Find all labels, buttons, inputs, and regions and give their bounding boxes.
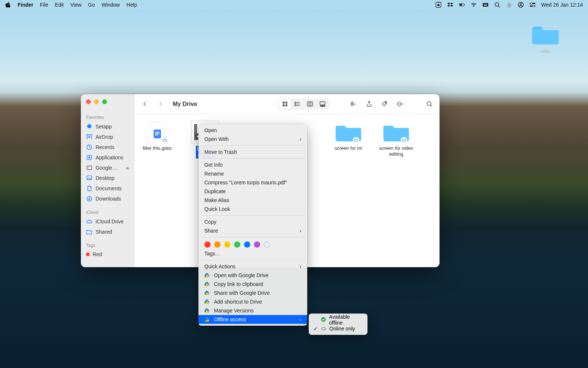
- ctx-quick-actions[interactable]: Quick Actions›: [198, 262, 307, 271]
- menu-bar: Finder File Edit View Go Window Help Wed…: [0, 0, 588, 10]
- ctx-rename[interactable]: Rename: [198, 169, 307, 178]
- svg-point-11: [495, 3, 499, 6]
- desktop-wallpaper: Finder File Edit View Go Window Help Wed…: [0, 0, 588, 368]
- tag-color-red[interactable]: [204, 241, 211, 248]
- search-button[interactable]: [424, 99, 434, 109]
- nav-back-button[interactable]: [140, 99, 150, 109]
- sidebar-item-google-drive[interactable]: Google…: [81, 163, 135, 173]
- ctx-gd-share[interactable]: Share with Google Drive: [198, 289, 307, 297]
- nav-forward-button[interactable]: [155, 99, 165, 109]
- menu-window[interactable]: Window: [101, 2, 120, 8]
- ctx-open[interactable]: Open: [198, 126, 307, 135]
- sidebar-tag-red[interactable]: Red: [81, 250, 135, 259]
- cloud-badge-icon: [401, 137, 407, 144]
- google-drive-icon: [204, 290, 211, 296]
- tag-color-purple[interactable]: [254, 241, 260, 248]
- tags-button[interactable]: [379, 99, 390, 109]
- svg-rect-28: [285, 105, 287, 106]
- tag-color-orange[interactable]: [214, 241, 220, 248]
- sidebar-item-downloads[interactable]: Downloads: [81, 194, 135, 204]
- separator: [201, 215, 304, 216]
- menu-go[interactable]: Go: [88, 2, 95, 8]
- folder-thumb: [335, 121, 362, 143]
- menuextra-spotlight-icon[interactable]: [494, 2, 500, 8]
- menuextra-user-icon[interactable]: [518, 2, 524, 8]
- sidebar-item-setapp[interactable]: Setapp: [81, 121, 135, 132]
- google-drive-icon: [204, 273, 211, 278]
- actions-button[interactable]: [395, 99, 405, 109]
- finder-toolbar: My Drive: [135, 94, 440, 114]
- ctx-gd-open[interactable]: Open with Google Drive: [198, 271, 307, 280]
- menu-help[interactable]: Help: [126, 2, 137, 8]
- sidebar-item-airdrop[interactable]: AirDrop: [81, 132, 135, 142]
- svg-rect-2: [459, 4, 462, 6]
- separator: [201, 145, 304, 146]
- menu-app-name[interactable]: Finder: [18, 2, 33, 8]
- svg-point-43: [385, 103, 386, 103]
- tag-color-yellow[interactable]: [224, 241, 230, 248]
- close-button[interactable]: [86, 99, 91, 104]
- ctx-make-alias[interactable]: Make Alias: [198, 196, 307, 205]
- share-button[interactable]: [364, 99, 374, 109]
- sidebar-item-desktop[interactable]: Desktop: [81, 173, 135, 183]
- svg-rect-52: [155, 135, 158, 135]
- sidebar-item-applications[interactable]: Applications: [81, 152, 135, 163]
- clock-icon: [86, 144, 93, 151]
- menuextra-bluetooth-off-icon[interactable]: [506, 2, 512, 8]
- tag-color-green[interactable]: [234, 241, 240, 248]
- ctx-compress[interactable]: Compress "Lorem turpis mauris.pdf": [198, 178, 307, 187]
- applications-icon: [86, 154, 93, 161]
- tag-color-blue[interactable]: [244, 241, 250, 248]
- sidebar-item-icloud-drive[interactable]: iCloud Drive: [81, 216, 135, 227]
- ctx-move-to-trash[interactable]: Move to Trash: [198, 148, 307, 156]
- submenu-available-offline[interactable]: Available offline: [309, 315, 368, 324]
- view-columns-button[interactable]: [304, 99, 316, 109]
- menu-view[interactable]: View: [70, 2, 81, 8]
- view-list-button[interactable]: [291, 99, 304, 109]
- ctx-gd-copy-link[interactable]: Copy link to clipboard: [198, 280, 307, 289]
- tag-color-none[interactable]: [264, 241, 270, 248]
- view-gallery-button[interactable]: [316, 99, 329, 109]
- ctx-get-info[interactable]: Get Info: [198, 160, 307, 169]
- ctx-duplicate[interactable]: Duplicate: [198, 187, 307, 196]
- menuextra-controlcenter-icon[interactable]: [530, 2, 535, 8]
- menu-edit[interactable]: Edit: [55, 2, 64, 8]
- chevron-right-icon: ›: [300, 263, 301, 269]
- sidebar-section-tags: Tags: [81, 241, 135, 250]
- ctx-gd-shortcut[interactable]: Add shortcut to Drive: [198, 297, 307, 306]
- chevron-right-icon: ›: [300, 136, 301, 142]
- desktop-folder-misc[interactable]: misc: [529, 24, 562, 53]
- ctx-tags[interactable]: Tags…: [198, 249, 307, 258]
- svg-rect-26: [285, 102, 287, 103]
- menuextra-wifi-icon[interactable]: [471, 2, 477, 8]
- menuextra-clock[interactable]: Wed 26 Jan 12:14: [541, 2, 583, 8]
- sidebar-section-favorites: Favorites: [81, 113, 135, 121]
- apple-icon[interactable]: [5, 2, 11, 8]
- ctx-copy[interactable]: Copy: [198, 217, 307, 226]
- minimize-button[interactable]: [94, 99, 99, 104]
- file-gdoc[interactable]: filter this.gdoc: [139, 121, 176, 152]
- sidebar-item-recents[interactable]: Recents: [81, 142, 135, 152]
- downloads-icon: [86, 195, 93, 202]
- window-title: My Drive: [173, 101, 197, 107]
- svg-rect-32: [307, 102, 312, 106]
- cloud-badge-icon: [353, 137, 359, 144]
- zoom-button[interactable]: [102, 99, 107, 104]
- menu-file[interactable]: File: [40, 2, 49, 8]
- svg-rect-36: [323, 106, 325, 107]
- menuextra-triangle-icon[interactable]: [435, 2, 441, 8]
- view-icons-button[interactable]: [279, 99, 291, 109]
- ctx-gd-versions[interactable]: Manage Versions: [198, 306, 307, 315]
- group-by-button[interactable]: [348, 99, 359, 109]
- ctx-share[interactable]: Share›: [198, 226, 307, 235]
- ctx-gd-offline-access[interactable]: Offline access›: [198, 315, 307, 324]
- file-folder-screen-video[interactable]: screen for videoediting: [378, 121, 415, 158]
- ctx-quick-look[interactable]: Quick Look: [198, 205, 307, 213]
- menuextra-keyboard-icon[interactable]: [483, 2, 488, 8]
- menuextra-dropbox-icon[interactable]: [447, 2, 453, 8]
- sidebar-item-shared[interactable]: Shared: [81, 227, 135, 237]
- file-folder-screen-im[interactable]: screen for im: [330, 121, 367, 152]
- ctx-open-with[interactable]: Open With›: [198, 135, 307, 144]
- sidebar-item-documents[interactable]: Documents: [81, 183, 135, 194]
- menuextra-battery-icon[interactable]: [459, 2, 465, 8]
